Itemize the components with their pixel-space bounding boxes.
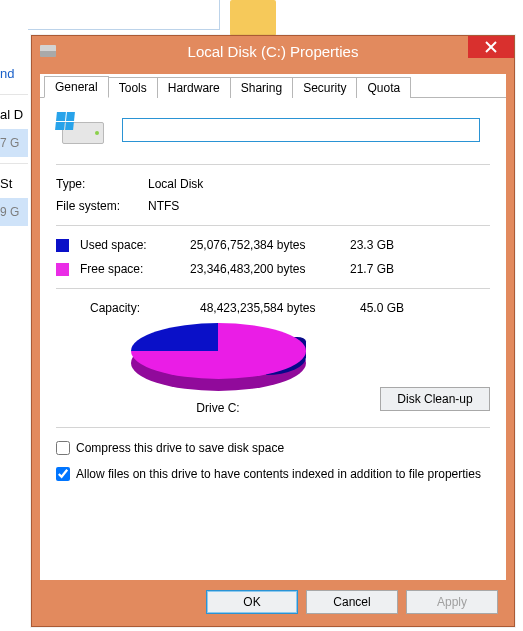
drive-icon <box>56 112 104 152</box>
capacity-label: Capacity: <box>90 301 190 315</box>
sidebar-fragment: nd <box>0 60 28 88</box>
compress-checkbox[interactable] <box>56 441 70 455</box>
titlebar[interactable]: Local Disk (C:) Properties <box>32 36 514 66</box>
sidebar-fragment: St <box>0 170 28 198</box>
disk-usage-pie-chart <box>131 323 306 393</box>
capacity-gb: 45.0 GB <box>360 301 430 315</box>
background-thumbnail: sic <box>0 0 220 30</box>
close-button[interactable] <box>468 36 514 58</box>
properties-dialog: Local Disk (C:) Properties General Tools… <box>31 35 515 627</box>
free-space-swatch <box>56 263 69 276</box>
tab-page-general: Type: Local Disk File system: NTFS Used … <box>40 98 506 502</box>
used-space-label: Used space: <box>80 238 180 252</box>
disk-cleanup-button[interactable]: Disk Clean-up <box>380 387 490 411</box>
used-space-swatch <box>56 239 69 252</box>
filesystem-label: File system: <box>56 199 148 213</box>
separator <box>56 427 490 428</box>
free-space-bytes: 23,346,483,200 bytes <box>190 262 340 276</box>
tab-strip: General Tools Hardware Sharing Security … <box>40 74 506 98</box>
tab-tools[interactable]: Tools <box>108 77 158 98</box>
apply-button[interactable]: Apply <box>406 590 498 614</box>
cancel-button[interactable]: Cancel <box>306 590 398 614</box>
tab-security[interactable]: Security <box>292 77 357 98</box>
type-label: Type: <box>56 177 148 191</box>
sidebar-fragment: 7 G <box>0 129 28 157</box>
ok-button[interactable]: OK <box>206 590 298 614</box>
index-label[interactable]: Allow files on this drive to have conten… <box>76 466 481 482</box>
sidebar-fragment: 9 G <box>0 198 28 226</box>
used-space-bytes: 25,076,752,384 bytes <box>190 238 340 252</box>
close-icon <box>485 41 497 53</box>
free-space-gb: 21.7 GB <box>350 262 420 276</box>
dialog-button-bar: OK Cancel Apply <box>40 586 506 618</box>
capacity-bytes: 48,423,235,584 bytes <box>200 301 350 315</box>
pie-drive-label: Drive C: <box>196 401 239 415</box>
folder-icon <box>230 0 276 36</box>
type-value: Local Disk <box>148 177 490 191</box>
index-checkbox[interactable] <box>56 467 70 481</box>
tab-sharing[interactable]: Sharing <box>230 77 293 98</box>
sidebar-fragment: al D <box>0 101 28 129</box>
used-space-gb: 23.3 GB <box>350 238 420 252</box>
window-title: Local Disk (C:) Properties <box>32 43 514 60</box>
separator <box>56 225 490 226</box>
tab-hardware[interactable]: Hardware <box>157 77 231 98</box>
tab-quota[interactable]: Quota <box>356 77 411 98</box>
drive-system-icon <box>40 45 56 57</box>
volume-label-input[interactable] <box>122 118 480 142</box>
compress-label[interactable]: Compress this drive to save disk space <box>76 440 284 456</box>
filesystem-value: NTFS <box>148 199 490 213</box>
tab-general[interactable]: General <box>44 76 109 98</box>
separator <box>56 164 490 165</box>
windows-logo-icon <box>55 112 75 130</box>
free-space-label: Free space: <box>80 262 180 276</box>
dialog-client-area: General Tools Hardware Sharing Security … <box>40 74 506 580</box>
separator <box>56 288 490 289</box>
explorer-sidebar: nd al D 7 G St 9 G <box>0 0 28 631</box>
